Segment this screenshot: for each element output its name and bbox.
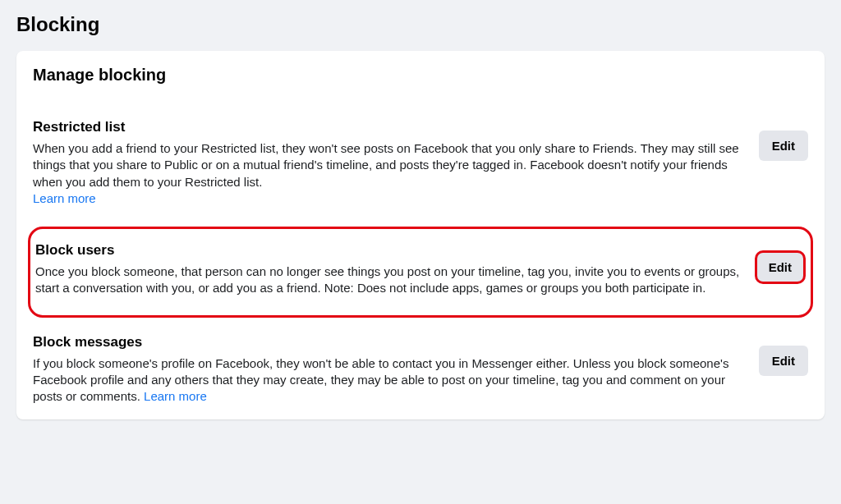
- section-text: Restricted list When you add a friend to…: [33, 119, 744, 207]
- learn-more-link-block-messages[interactable]: Learn more: [144, 389, 207, 403]
- manage-blocking-card: Manage blocking Restricted list When you…: [16, 51, 825, 419]
- page-title: Blocking: [0, 0, 841, 51]
- edit-button-block-messages[interactable]: Edit: [759, 346, 808, 376]
- section-desc-block-messages: If you block someone's profile on Facebo…: [33, 355, 744, 405]
- section-restricted: Restricted list When you add a friend to…: [33, 108, 808, 222]
- edit-button-block-users[interactable]: Edit: [755, 250, 806, 284]
- learn-more-link-restricted[interactable]: Learn more: [33, 191, 96, 205]
- card-title: Manage blocking: [33, 66, 808, 85]
- section-title-block-users: Block users: [35, 242, 740, 259]
- section-text: Block users Once you block someone, that…: [35, 242, 740, 297]
- section-block-messages: Block messages If you block someone's pr…: [33, 323, 808, 420]
- edit-button-restricted[interactable]: Edit: [759, 131, 808, 161]
- section-desc-block-users: Once you block someone, that person can …: [35, 263, 740, 297]
- block-messages-desc-text: If you block someone's profile on Facebo…: [33, 356, 728, 404]
- section-title-restricted: Restricted list: [33, 119, 744, 135]
- section-text: Block messages If you block someone's pr…: [33, 334, 744, 405]
- section-title-block-messages: Block messages: [33, 334, 744, 351]
- section-desc-restricted: When you add a friend to your Restricted…: [33, 140, 744, 207]
- highlight-block-users: Block users Once you block someone, that…: [28, 227, 813, 318]
- restricted-desc-text: When you add a friend to your Restricted…: [33, 141, 739, 189]
- section-block-users: Block users Once you block someone, that…: [35, 229, 806, 315]
